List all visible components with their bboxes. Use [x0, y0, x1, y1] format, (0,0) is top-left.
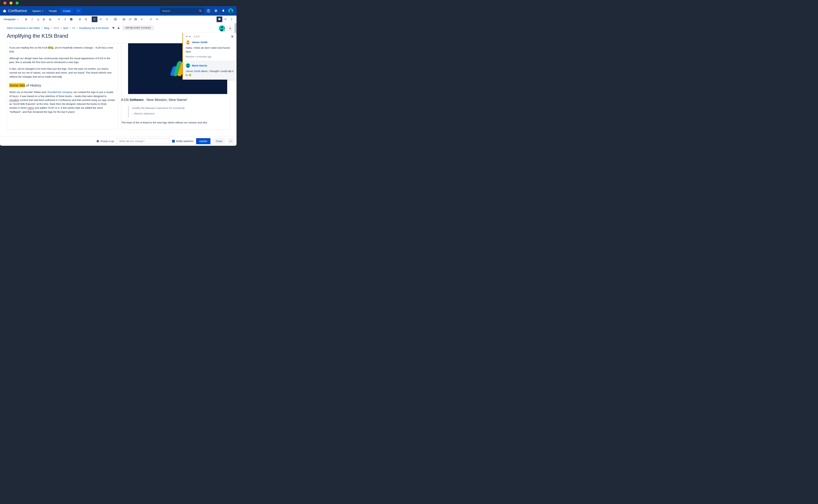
breadcrumbs: Inline Comments in the Editor / Blog / 2…	[7, 26, 230, 30]
settings-button[interactable]	[213, 8, 219, 14]
insert-button[interactable]	[139, 16, 145, 22]
heading-2[interactable]: Some bits of History	[9, 83, 115, 88]
redo-button[interactable]	[154, 16, 160, 22]
text-link[interactable]: founded the company	[48, 91, 72, 93]
task-list-button[interactable]	[68, 16, 74, 22]
profile-button[interactable]	[228, 8, 234, 14]
paragraph[interactable]: In fact, we've changed a lot more than j…	[9, 67, 115, 79]
column-left[interactable]: If you are reading this on the K15t Blog…	[7, 43, 118, 130]
more-actions-button[interactable]	[228, 138, 234, 144]
minimize-window-icon[interactable]	[9, 2, 13, 5]
search-box[interactable]	[160, 8, 204, 14]
notifications-button[interactable]	[220, 8, 226, 14]
collaborator-avatar[interactable]: M	[219, 25, 225, 31]
paragraph[interactable]: When my co-founder Tobias and I founded …	[9, 90, 115, 114]
comment-body: Haha, I think we don't need nerd humor h…	[186, 46, 233, 54]
logo-graphic-icon	[171, 61, 184, 76]
close-icon	[231, 35, 233, 38]
paragraph[interactable]: The heart of the re-brand is the new log…	[121, 121, 227, 124]
nav-spaces[interactable]: Spaces	[30, 8, 45, 14]
nav-people[interactable]: People	[47, 8, 59, 14]
breadcrumb-link[interactable]: April	[63, 27, 68, 29]
close-window-icon[interactable]	[3, 2, 6, 5]
svg-point-8	[215, 10, 216, 11]
editor-footer: Ready to go ✓ Notify watchers Update Clo…	[0, 136, 236, 146]
indent-button[interactable]	[83, 16, 89, 22]
invite-button[interactable]	[227, 25, 233, 31]
number-list-button[interactable]: 123	[62, 16, 68, 22]
svg-point-2	[78, 10, 79, 11]
image-button[interactable]	[121, 16, 127, 22]
editor-content[interactable]: Inline Comments in the Editor / Blog / 2…	[0, 23, 236, 136]
svg-line-5	[201, 11, 202, 12]
svg-point-16	[58, 18, 59, 19]
blockquote[interactable]: Amplify the Atlassian experience for eve…	[128, 106, 227, 118]
heading-2[interactable]: K15t Software : New Mission, New Name!	[121, 97, 227, 103]
paragraph[interactable]: Although our design team has continuousl…	[9, 56, 115, 64]
close-comment-button[interactable]	[231, 35, 233, 38]
help-button[interactable]	[205, 8, 211, 14]
layout-icon	[114, 18, 117, 21]
svg-rect-59	[118, 28, 119, 29]
comment-meta: Resolve • 6 minutes ago	[186, 55, 233, 58]
resolve-comment-button[interactable]: Resolve	[186, 55, 194, 58]
breadcrumb-item: 09	[72, 27, 75, 29]
outdent-icon	[78, 18, 81, 21]
app-logo[interactable]: Confluence	[3, 9, 27, 13]
align-left-button[interactable]	[92, 16, 97, 22]
breadcrumb-link[interactable]: Blog	[44, 27, 49, 29]
help-icon	[207, 9, 210, 13]
search-input[interactable]	[162, 9, 199, 12]
comments-toggle-button[interactable]	[216, 16, 222, 22]
chevron-down-icon	[142, 19, 143, 20]
undo-button[interactable]	[148, 16, 154, 22]
find-button[interactable]	[223, 16, 228, 22]
align-right-button[interactable]	[104, 16, 110, 22]
align-center-button[interactable]	[98, 16, 103, 22]
user-avatar-icon	[228, 8, 233, 13]
close-button[interactable]: Close	[213, 138, 225, 144]
create-button[interactable]: Create	[60, 8, 73, 14]
clear-formatting-button[interactable]	[48, 16, 53, 22]
comment-author-link[interactable]: James Smith	[192, 41, 208, 44]
outdent-button[interactable]	[77, 16, 83, 22]
svg-rect-37	[94, 18, 96, 19]
bold-button[interactable]	[23, 16, 29, 22]
editor-help-button[interactable]	[229, 16, 234, 22]
inline-comment-panel: 2 of 3 James Smith Haha, I think we don'…	[182, 33, 236, 80]
link-button[interactable]	[127, 16, 133, 22]
breadcrumb-link[interactable]: Amplifying the K15t Brand	[79, 27, 108, 29]
save-status: Ready to go	[96, 140, 114, 143]
svg-point-64	[97, 140, 99, 142]
maximize-window-icon[interactable]	[16, 2, 19, 5]
layout-button[interactable]	[112, 16, 118, 22]
comment-prev-button[interactable]	[189, 36, 191, 37]
tag-icon[interactable]	[112, 27, 115, 29]
svg-line-56	[226, 20, 226, 20]
comment-next-button[interactable]	[186, 36, 188, 37]
bullet-list-button[interactable]	[56, 16, 62, 22]
nav-more-menu[interactable]	[75, 8, 81, 14]
underline-button[interactable]	[35, 16, 41, 22]
svg-point-0	[3, 11, 4, 11]
status-badge: UNPUBLISHED CHANGES	[123, 26, 153, 30]
svg-rect-38	[94, 19, 95, 19]
update-button[interactable]: Update	[196, 138, 210, 144]
unlock-icon[interactable]	[117, 27, 120, 29]
notify-watchers-checkbox[interactable]: ✓ Notify watchers	[172, 140, 193, 143]
checkbox-checked-icon: ✓	[172, 140, 175, 143]
change-description-input[interactable]	[117, 138, 169, 144]
italic-button[interactable]	[29, 16, 35, 22]
user-mention[interactable]: James Smith	[186, 70, 200, 73]
paragraph[interactable]: If you are reading this on the K15t Blog…	[9, 46, 115, 54]
svg-rect-43	[106, 18, 108, 19]
comment-author-link[interactable]: Maria Garcia	[192, 64, 207, 67]
number-list-icon: 123	[64, 18, 66, 21]
text-color-button[interactable]	[41, 16, 47, 22]
search-icon	[199, 9, 202, 12]
text-style-dropdown[interactable]: Paragraph	[2, 17, 20, 22]
table-button[interactable]	[133, 16, 139, 22]
svg-rect-40	[100, 18, 102, 19]
breadcrumb-link[interactable]: Inline Comments in the Editor	[7, 27, 40, 29]
svg-rect-27	[65, 20, 66, 20]
